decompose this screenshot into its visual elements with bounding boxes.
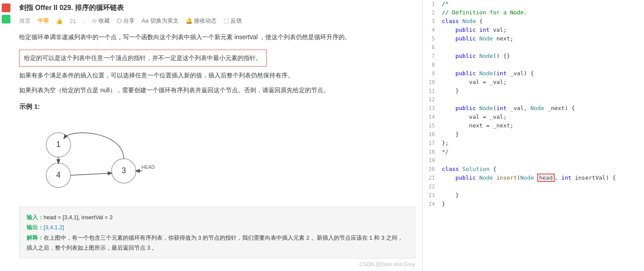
svg-text:3: 3: [122, 166, 126, 175]
io-input-line: 输入：head = [3,4,1], insertVal = 2: [27, 212, 408, 222]
code-line-22: 22: [423, 183, 644, 191]
head-highlight: head: [537, 174, 554, 182]
code-line-14: 14 val = _val;: [423, 113, 644, 122]
diagram-svg-2: 1 2: [19, 262, 115, 271]
code-line-4: 4 public int val;: [423, 26, 644, 35]
code-content-9: public Node(int _val) {: [440, 70, 644, 77]
code-content-2: // Definition for a Node.: [440, 9, 644, 16]
code-content-12: [440, 96, 644, 103]
sidebar-icon-red[interactable]: [2, 3, 10, 12]
code-line-19: 19: [423, 157, 644, 165]
code-content-23: }: [440, 192, 644, 198]
line-num-17: 17: [423, 140, 440, 146]
sidebar: [0, 0, 12, 23]
line-num-24: 24: [423, 201, 440, 207]
code-line-10: 10 val = _val;: [423, 78, 644, 87]
line-num-13: 13: [423, 105, 440, 111]
io-output-label: 输出：: [27, 224, 44, 231]
line-num-7: 7: [423, 53, 440, 59]
svg-text:1: 1: [56, 140, 61, 149]
io-output-value: [3,4,1,2]: [44, 224, 64, 231]
io-input-value: head = [3,4,1], insertVal = 2: [44, 214, 113, 221]
main-content: 剑指 Offer II 029. 排序的循环链表 难度 中等 👍 21 | ☆ …: [12, 0, 422, 271]
desc-line3: 如果列表为空（给定的节点是 null），需要创建一个循环有序列表并返回这个节点。…: [19, 85, 415, 96]
io-input-label: 输入：: [27, 214, 44, 221]
line-num-12: 12: [423, 97, 440, 103]
code-line-8: 8: [423, 61, 644, 70]
code-line-24: 24 }: [423, 200, 644, 209]
code-line-13: 13 public Node(int _val, Node _next) {: [423, 104, 644, 113]
code-content-3: class Node {: [440, 18, 644, 24]
code-line-15: 15 next = _next;: [423, 122, 644, 130]
action-feedback[interactable]: ⬚ 反馈: [224, 17, 242, 25]
desc-line1: 给定循环单调非递减列表中的一个点，写一个函数向这个列表中插入一个新元素 inse…: [19, 32, 415, 43]
code-content-18: */: [440, 148, 644, 155]
line-num-16: 16: [423, 131, 440, 137]
code-line-11: 11 }: [423, 87, 644, 96]
code-line-17: 17 };: [423, 139, 644, 148]
left-panel: 剑指 Offer II 029. 排序的循环链表 难度 中等 👍 21 | ☆ …: [0, 0, 423, 271]
line-num-19: 19: [423, 157, 440, 164]
io-explain-label: 解释：: [27, 234, 44, 241]
like-count: 21: [70, 18, 76, 24]
problem-description: 给定循环单调非递减列表中的一个点，写一个函数向这个列表中插入一个新元素 inse…: [19, 32, 415, 96]
code-line-20: 20 class Solution {: [423, 165, 644, 174]
action-switch[interactable]: Aa 切换为英文: [142, 17, 179, 25]
line-num-21: 21: [423, 175, 440, 181]
code-line-5: 5 public Node next;: [423, 35, 644, 43]
code-content-11: }: [440, 87, 644, 94]
line-num-15: 15: [423, 123, 440, 129]
svg-line-8: [71, 173, 112, 175]
code-content-20: class Solution {: [440, 166, 644, 172]
line-num-11: 11: [423, 88, 440, 94]
code-content-1: /*: [440, 0, 644, 7]
page-title: 剑指 Offer II 029. 排序的循环链表: [19, 3, 415, 13]
line-num-8: 8: [423, 62, 440, 68]
code-line-16: 16 }: [423, 130, 644, 139]
code-content-10: val = _val;: [440, 79, 644, 85]
code-line-7: 7 public Node() {}: [423, 52, 644, 61]
code-content-5: public Node next;: [440, 35, 644, 42]
watermark: CSDN @Dark And Grey: [359, 261, 415, 268]
code-content-15: next = _next;: [440, 122, 644, 129]
diagram-container-1: 1 3 4 HEAD: [19, 114, 415, 201]
line-num-18: 18: [423, 149, 440, 155]
code-line-12: 12: [423, 96, 644, 104]
code-content-6: [440, 44, 644, 50]
sidebar-icon-green[interactable]: [2, 15, 10, 23]
desc-highlight: 给定的可以是这个列表中任意一个顶点的指针，并不一定是这个列表中最小元素的指针。: [19, 50, 267, 67]
code-content-17: };: [440, 140, 644, 146]
io-explain-text: 在上图中，有一个包含三个元素的循环有序列表，你获得值为 3 的节点的指针，我们需…: [27, 234, 403, 251]
code-content-16: }: [440, 131, 644, 137]
io-box: 输入：head = [3,4,1], insertVal = 2 输出：[3,4…: [19, 207, 415, 259]
code-content-21: public Node insert(Node head, int insert…: [440, 174, 644, 181]
code-line-6: 6: [423, 43, 644, 52]
desc-line2: 如果有多个满足条件的插入位置，可以选择任意一个位置插入新的值，插入后整个列表仍然…: [19, 70, 415, 81]
line-num-14: 14: [423, 114, 440, 120]
line-num-20: 20: [423, 166, 440, 172]
code-content-13: public Node(int _val, Node _next) {: [440, 105, 644, 111]
line-num-1: 1: [423, 1, 440, 7]
line-num-23: 23: [423, 192, 440, 198]
divider1: |: [83, 18, 84, 24]
line-num-10: 10: [423, 79, 440, 85]
code-content-7: public Node() {}: [440, 53, 644, 59]
line-num-22: 22: [423, 184, 440, 190]
action-subscribe[interactable]: 🔔 接收动态: [186, 17, 217, 25]
action-collect[interactable]: ☆ 收藏: [92, 17, 110, 25]
code-content-22: [440, 183, 644, 190]
action-share[interactable]: ⬡ 分享: [117, 17, 135, 25]
code-editor[interactable]: 1 /* 2 // Definition for a Node. 3 class…: [423, 0, 644, 209]
code-line-9: 9 public Node(int _val) {: [423, 70, 644, 78]
code-line-23: 23 }: [423, 191, 644, 200]
line-num-4: 4: [423, 27, 440, 33]
diagram-svg-1: 1 3 4 HEAD: [19, 119, 159, 197]
line-num-2: 2: [423, 10, 440, 16]
code-line-3: 3 class Node {: [423, 17, 644, 26]
code-line-18: 18 */: [423, 148, 644, 157]
code-line-1: 1 /*: [423, 0, 644, 9]
svg-text:HEAD: HEAD: [142, 164, 155, 170]
svg-text:4: 4: [56, 171, 61, 179]
bottom-diagram: 1 2: [19, 262, 415, 271]
line-num-6: 6: [423, 44, 440, 50]
